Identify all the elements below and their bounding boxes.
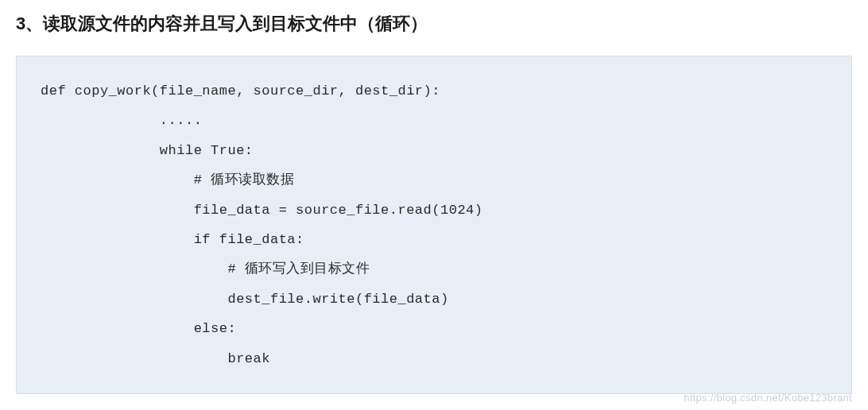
code-line: else: (41, 314, 827, 343)
code-line: ..... (41, 106, 827, 135)
code-line: while True: (41, 136, 827, 165)
code-line: # 循环读取数据 (41, 165, 827, 195)
watermark-text: https://blog.csdn.net/Kobe123brant (684, 392, 852, 404)
code-line: break (41, 344, 827, 373)
code-line: file_data = source_file.read(1024) (41, 195, 827, 225)
section-heading: 3、读取源文件的内容并且写入到目标文件中（循环） (16, 12, 852, 36)
code-block: def copy_work(file_name, source_dir, des… (16, 56, 852, 394)
code-line: if file_data: (41, 225, 827, 254)
code-line: # 循环写入到目标文件 (41, 254, 827, 284)
code-line: dest_file.write(file_data) (41, 284, 827, 314)
code-line: def copy_work(file_name, source_dir, des… (41, 76, 827, 106)
